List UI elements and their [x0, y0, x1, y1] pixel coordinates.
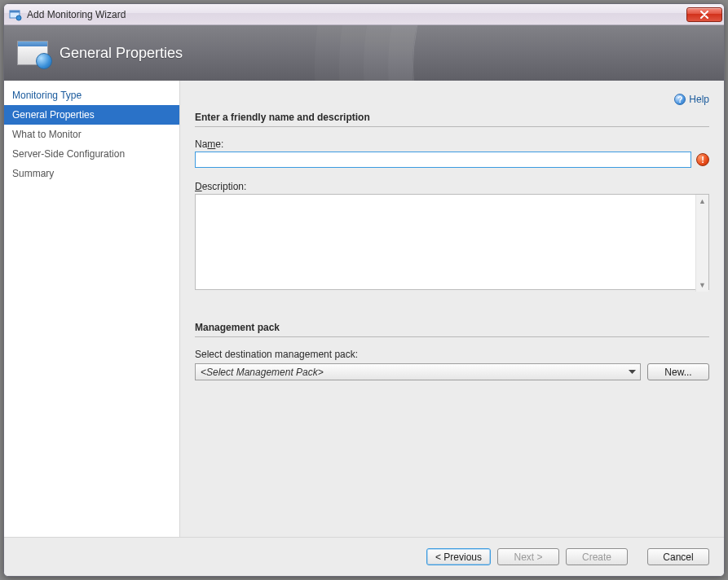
- name-label: Name:: [195, 138, 709, 150]
- next-button-label: Next >: [514, 551, 542, 563]
- help-label: Help: [689, 94, 709, 105]
- footer: < Previous Next > Create Cancel: [4, 537, 724, 576]
- previous-button-label: < Previous: [435, 551, 482, 563]
- description-wrap: ▲ ▼: [195, 194, 709, 292]
- wizard-window: Add Monitoring Wizard General Properties…: [3, 3, 725, 577]
- create-button[interactable]: Create: [566, 548, 628, 565]
- sidebar-item-summary[interactable]: Summary: [4, 164, 179, 183]
- banner-title: General Properties: [60, 45, 183, 62]
- banner: General Properties: [4, 25, 724, 81]
- name-input[interactable]: [195, 152, 691, 168]
- svg-rect-1: [10, 11, 20, 13]
- banner-icon: [17, 41, 48, 65]
- description-textarea[interactable]: [195, 194, 709, 290]
- scroll-up-icon: ▲: [696, 195, 708, 208]
- scroll-down-icon: ▼: [696, 279, 708, 292]
- sidebar-item-monitoring-type[interactable]: Monitoring Type: [4, 86, 179, 105]
- content-panel: ? Help Enter a friendly name and descrip…: [180, 81, 724, 537]
- scrollbar[interactable]: ▲ ▼: [695, 195, 708, 292]
- close-button[interactable]: [686, 7, 722, 22]
- sidebar-item-server-side-configuration[interactable]: Server-Side Configuration: [4, 144, 179, 164]
- titlebar: Add Monitoring Wizard: [4, 4, 724, 25]
- create-button-label: Create: [582, 551, 611, 563]
- new-mp-button-label: New...: [664, 367, 691, 378]
- cancel-button-label: Cancel: [663, 551, 693, 563]
- mp-combobox-text: <Select Management Pack>: [201, 367, 624, 378]
- mp-combobox[interactable]: <Select Management Pack>: [195, 363, 641, 380]
- cancel-button[interactable]: Cancel: [647, 548, 709, 565]
- next-button[interactable]: Next >: [497, 548, 559, 565]
- chevron-down-icon: [624, 364, 638, 380]
- description-label: Description:: [195, 181, 709, 192]
- app-icon: [9, 8, 22, 21]
- section-header-mp: Management pack: [195, 322, 709, 337]
- help-link[interactable]: ? Help: [195, 92, 709, 107]
- mp-row: <Select Management Pack> New...: [195, 363, 709, 380]
- mp-select-label: Select destination management pack:: [195, 349, 709, 360]
- sidebar: Monitoring Type General Properties What …: [4, 81, 180, 537]
- wizard-body: Monitoring Type General Properties What …: [4, 81, 724, 537]
- help-icon: ?: [674, 94, 686, 105]
- name-row: !: [195, 152, 709, 168]
- previous-button[interactable]: < Previous: [426, 548, 491, 565]
- validation-error-icon: !: [696, 153, 709, 166]
- sidebar-item-what-to-monitor[interactable]: What to Monitor: [4, 125, 179, 144]
- window-title: Add Monitoring Wizard: [27, 9, 686, 20]
- section-header-friendly: Enter a friendly name and description: [195, 112, 709, 127]
- new-mp-button[interactable]: New...: [647, 363, 709, 380]
- sidebar-item-general-properties[interactable]: General Properties: [4, 105, 179, 125]
- svg-point-2: [16, 15, 21, 20]
